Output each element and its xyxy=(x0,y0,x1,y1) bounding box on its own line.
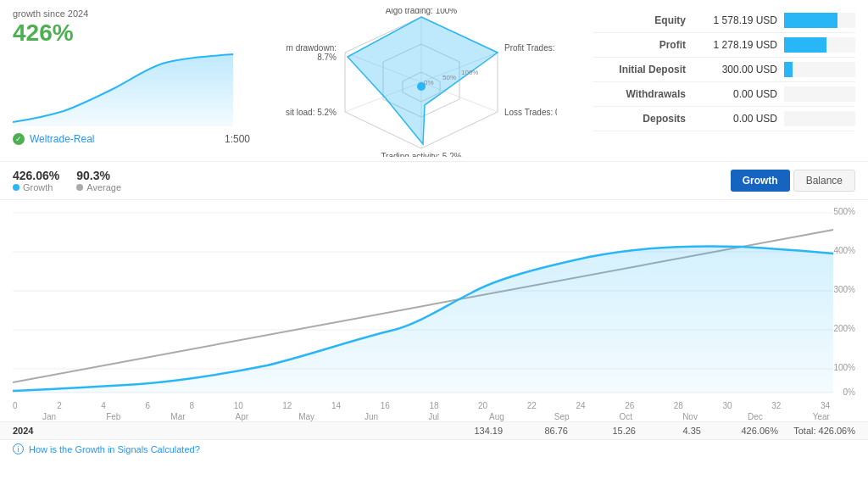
average-text: Average xyxy=(86,182,121,192)
month-jan: Jan xyxy=(42,412,56,421)
svg-text:Profit Trades: 100%: Profit Trades: 100% xyxy=(504,43,557,53)
x-num-0: 0 xyxy=(13,401,18,410)
table-val-5: 426.06% xyxy=(726,426,793,436)
account-name[interactable]: Weltrade-Real xyxy=(30,133,94,145)
svg-text:8.7%: 8.7% xyxy=(317,53,337,62)
legend-row: 426.06% Growth 90.3% Average Growth Bala… xyxy=(0,161,868,200)
stat-label-4: Deposits xyxy=(593,113,686,125)
x-num-10: 10 xyxy=(234,401,243,410)
x-axis-numbers: 0 2 4 6 8 10 12 14 16 18 20 22 24 26 28 … xyxy=(0,399,868,410)
stat-bar-container-1 xyxy=(784,37,855,53)
stat-bar-container-0 xyxy=(784,13,855,28)
x-num-20: 20 xyxy=(478,401,487,410)
month-oct: Oct xyxy=(620,412,633,421)
legend-growth: 426.06% Growth xyxy=(13,169,59,192)
account-row: Weltrade-Real 1:500 xyxy=(13,133,250,145)
x-num-32: 32 xyxy=(771,401,781,410)
table-val-4: 4.35 xyxy=(658,426,726,436)
month-dec: Dec xyxy=(748,412,763,421)
average-dot xyxy=(76,184,83,191)
month-mar: Mar xyxy=(170,412,185,421)
mini-chart-svg xyxy=(13,50,233,126)
x-num-4: 4 xyxy=(101,401,106,410)
x-num-12: 12 xyxy=(282,401,292,410)
x-num-6: 6 xyxy=(145,401,150,410)
main-chart-svg: 500% 400% 300% 200% 100% 0% xyxy=(13,204,855,399)
x-num-34: 34 xyxy=(821,401,830,410)
svg-marker-6 xyxy=(348,17,498,144)
month-jun: Jun xyxy=(364,412,378,421)
x-num-30: 30 xyxy=(723,401,732,410)
growth-percentage: 426% xyxy=(13,20,250,47)
balance-button[interactable]: Balance xyxy=(793,170,855,192)
growth-since-label: growth since 2024 xyxy=(13,8,250,19)
bottom-table: 2024 134.19 86.76 15.26 4.35 426.06% Tot… xyxy=(0,421,868,439)
stat-bar-container-3 xyxy=(784,86,855,102)
radar-chart-svg: Algo trading: 100% Profit Trades: 100% L… xyxy=(286,8,557,157)
main-chart-section: 500% 400% 300% 200% 100% 0% xyxy=(0,200,868,399)
mini-chart-area xyxy=(13,50,233,126)
stat-row: Equity 1 578.19 USD xyxy=(593,8,855,33)
x-num-16: 16 xyxy=(381,401,390,410)
stat-label-1: Profit xyxy=(593,39,686,51)
svg-text:500%: 500% xyxy=(833,207,855,216)
svg-text:Max deposit load: 5.2%: Max deposit load: 5.2% xyxy=(286,108,337,117)
average-value: 90.3% xyxy=(76,169,121,182)
growth-button[interactable]: Growth xyxy=(731,170,790,192)
table-val-2: 86.76 xyxy=(522,426,590,436)
footer-link[interactable]: How is the Growth in Signals Calculated? xyxy=(29,444,200,454)
stat-bar-container-4 xyxy=(784,111,855,126)
x-num-8: 8 xyxy=(190,401,195,410)
status-indicator xyxy=(13,133,25,145)
x-num-18: 18 xyxy=(429,401,438,410)
x-num-26: 26 xyxy=(625,401,634,410)
svg-text:0%: 0% xyxy=(424,79,434,86)
month-nov: Nov xyxy=(682,412,698,421)
stat-bar-2 xyxy=(784,62,793,77)
stat-label-3: Withdrawals xyxy=(593,88,686,100)
svg-text:100%: 100% xyxy=(461,69,478,76)
stat-row: Initial Deposit 300.00 USD xyxy=(593,58,855,82)
average-label: Average xyxy=(76,182,121,192)
x-num-24: 24 xyxy=(576,401,585,410)
stat-label-2: Initial Deposit xyxy=(593,64,686,75)
svg-text:200%: 200% xyxy=(833,324,855,333)
x-num-28: 28 xyxy=(674,401,683,410)
leverage-value: 1:500 xyxy=(225,133,250,145)
svg-text:400%: 400% xyxy=(833,246,855,255)
table-val-3: 15.26 xyxy=(590,426,658,436)
stats-section: Equity 1 578.19 USD Profit 1 278.19 USD … xyxy=(593,8,855,131)
stat-row: Profit 1 278.19 USD xyxy=(593,33,855,58)
month-apr: Apr xyxy=(236,412,249,421)
mini-chart-section: growth since 2024 426% Weltrade-Real 1:5… xyxy=(13,8,250,145)
svg-text:Maximum drawdown:: Maximum drawdown: xyxy=(286,43,337,53)
month-may: May xyxy=(298,412,314,421)
stat-row: Deposits 0.00 USD xyxy=(593,107,855,131)
stat-bar-1 xyxy=(784,37,826,53)
svg-text:Trading activity: 5.2%: Trading activity: 5.2% xyxy=(381,152,461,157)
stat-row: Withdrawals 0.00 USD xyxy=(593,82,855,107)
svg-text:300%: 300% xyxy=(833,285,855,294)
month-jul: Jul xyxy=(428,412,439,421)
x-axis-months: Jan Feb Mar Apr May Jun Jul Aug Sep Oct … xyxy=(0,410,868,421)
month-aug: Aug xyxy=(489,412,504,421)
svg-text:Loss Trades: 0%: Loss Trades: 0% xyxy=(504,108,557,117)
table-val-1: 134.19 xyxy=(454,426,522,436)
year-label: Year xyxy=(813,412,830,421)
stat-label-0: Equity xyxy=(593,14,686,26)
stat-value-0: 1 578.19 USD xyxy=(693,14,777,26)
main-chart-container: 500% 400% 300% 200% 100% 0% xyxy=(13,204,855,399)
stat-bar-container-2 xyxy=(784,62,855,77)
month-sep: Sep xyxy=(554,412,570,421)
footer-row: i How is the Growth in Signals Calculate… xyxy=(0,439,868,458)
x-num-2: 2 xyxy=(57,401,62,410)
svg-text:0%: 0% xyxy=(843,387,855,397)
svg-text:50%: 50% xyxy=(442,74,456,81)
stat-value-2: 300.00 USD xyxy=(693,64,777,75)
stat-value-3: 0.00 USD xyxy=(693,88,777,100)
month-feb: Feb xyxy=(106,412,120,421)
stat-value-4: 0.00 USD xyxy=(693,113,777,125)
svg-text:100%: 100% xyxy=(833,363,855,372)
growth-text: Growth xyxy=(23,182,53,192)
x-num-22: 22 xyxy=(527,401,537,410)
